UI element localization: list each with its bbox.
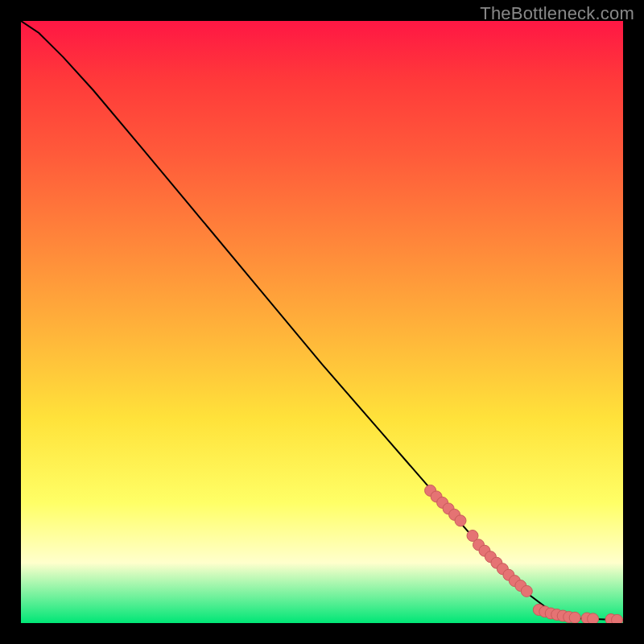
- chart-root: TheBottleneck.com: [0, 0, 644, 644]
- scatter-points: [425, 485, 623, 623]
- data-point: [612, 614, 623, 623]
- data-point: [588, 613, 599, 623]
- data-point: [569, 612, 580, 623]
- data-point: [455, 515, 466, 526]
- performance-curve: [21, 21, 623, 620]
- plot-svg: [21, 21, 623, 623]
- plot-frame: [21, 21, 623, 623]
- data-point: [521, 585, 532, 597]
